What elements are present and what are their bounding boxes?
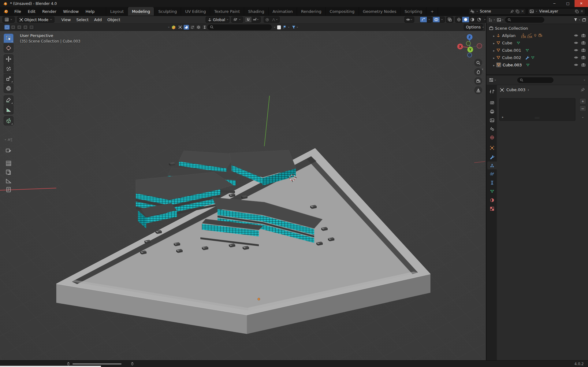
properties-options-chevron[interactable] — [583, 79, 586, 81]
options-dropdown[interactable]: Options — [464, 24, 483, 30]
mode-dropdown[interactable]: Object Mode — [17, 17, 54, 23]
camera-view-icon[interactable] — [474, 77, 482, 85]
shading-material-button[interactable] — [469, 17, 476, 22]
expand-arrow-icon[interactable] — [493, 55, 495, 60]
maximize-button[interactable]: □ — [561, 0, 575, 7]
overlays-toggle[interactable] — [433, 17, 440, 22]
disable-render-toggle[interactable] — [581, 63, 586, 67]
menu-add[interactable]: Add — [91, 17, 105, 22]
add-workspace-button[interactable]: + — [426, 7, 438, 16]
hide-eye-toggle[interactable] — [574, 63, 578, 67]
viewport-side-icon-3[interactable] — [6, 169, 12, 175]
expand-arrow-icon[interactable] — [493, 48, 495, 53]
outliner-filter-dropdown[interactable] — [574, 18, 581, 22]
select-mode-set-button[interactable] — [4, 25, 10, 30]
close-button[interactable]: ✕ — [575, 0, 588, 7]
menu-help[interactable]: Help — [82, 7, 98, 16]
tab-physics[interactable] — [487, 170, 497, 178]
tab-output[interactable] — [487, 107, 497, 115]
outliner-display-mode-dropdown[interactable] — [488, 18, 496, 22]
tab-particles[interactable] — [487, 161, 497, 169]
remove-particle-system-button[interactable]: − — [579, 106, 586, 112]
outliner-row-cube001[interactable]: Cube.001 — [486, 46, 588, 54]
tab-scripting[interactable]: Scripting — [401, 7, 427, 16]
shading-rendered-button[interactable] — [476, 17, 482, 22]
outliner-row-allplan[interactable]: Allplan 15K 15K — [486, 32, 588, 39]
menu-file[interactable]: File — [11, 7, 24, 16]
tab-material[interactable] — [487, 196, 497, 204]
tab-rendering[interactable]: Rendering — [297, 7, 326, 16]
menu-edit[interactable]: Edit — [24, 7, 39, 16]
gizmo-neg-y[interactable] — [466, 41, 471, 46]
transform-orientation-dropdown[interactable]: Global — [206, 17, 229, 23]
gizmo-neg-z[interactable] — [467, 53, 472, 57]
shading-wireframe-button[interactable] — [456, 17, 462, 22]
tab-modeling[interactable]: Modeling — [128, 7, 154, 16]
disable-render-toggle[interactable] — [581, 55, 586, 60]
tool-measure[interactable] — [4, 105, 13, 114]
hide-eye-toggle[interactable] — [574, 55, 578, 60]
tool-annotate[interactable] — [4, 95, 13, 105]
tab-compositing[interactable]: Compositing — [326, 7, 359, 16]
show-gizmo-dropdown[interactable] — [404, 17, 414, 23]
select-mode-subtract-button[interactable] — [17, 25, 22, 30]
outliner-filter-id-dropdown[interactable] — [497, 18, 504, 22]
pivot-point-dropdown[interactable] — [231, 17, 243, 23]
menu-object[interactable]: Object — [105, 17, 123, 22]
new-view-layer-icon[interactable] — [575, 9, 579, 13]
tab-scene[interactable] — [487, 125, 497, 133]
menu-select[interactable]: Select — [73, 17, 91, 22]
tab-view-layer[interactable] — [487, 116, 497, 124]
select-mode-intersect-button[interactable] — [29, 25, 34, 30]
outliner-row-cube[interactable]: Cube — [486, 39, 588, 46]
properties-search-input[interactable] — [517, 77, 553, 83]
snap-toggle[interactable] — [245, 17, 251, 22]
filter-globe-button[interactable] — [196, 25, 201, 30]
hide-eye-toggle[interactable] — [574, 41, 578, 45]
scene-selector[interactable]: Scene ✕ — [468, 8, 526, 15]
tool-transform[interactable] — [4, 84, 13, 93]
tool-select-box[interactable] — [4, 34, 13, 43]
filter-preview-button[interactable] — [184, 25, 189, 30]
select-mode-invert-button[interactable] — [23, 25, 28, 30]
expand-arrow-icon[interactable] — [493, 63, 495, 67]
tool-move[interactable] — [4, 54, 13, 64]
filter-clamp-button[interactable] — [202, 25, 207, 30]
new-collection-button[interactable] — [582, 18, 586, 22]
tab-sculpting[interactable]: Sculpting — [154, 7, 181, 16]
add-particle-system-button[interactable]: ＋ — [579, 98, 586, 104]
tab-modifiers[interactable] — [487, 153, 497, 161]
navigation-gizmo[interactable]: Z X Y — [450, 33, 489, 63]
filter-collapse-chevron[interactable] — [168, 26, 170, 28]
blender-logo-menu[interactable] — [0, 7, 11, 16]
swatch-icon[interactable] — [277, 25, 281, 29]
tab-tool[interactable] — [487, 87, 497, 95]
breadcrumb-object-name[interactable]: Cube.003 — [506, 87, 526, 92]
hide-eye-toggle[interactable] — [574, 48, 578, 52]
tab-texture-paint[interactable]: Texture Paint — [210, 7, 244, 16]
tab-constraints[interactable] — [487, 179, 497, 187]
tab-geometry-nodes[interactable]: Geometry Nodes — [359, 7, 401, 16]
menu-view[interactable]: View — [59, 17, 74, 22]
tab-texture[interactable] — [487, 205, 497, 213]
viewport-search-input[interactable] — [207, 24, 272, 30]
ortho-persp-toggle-icon[interactable] — [474, 86, 482, 94]
gizmo-neg-x[interactable] — [477, 43, 482, 48]
filter-droplet-button[interactable] — [190, 25, 195, 30]
tool-rotate[interactable] — [4, 64, 13, 73]
tab-animation[interactable]: Animation — [269, 7, 297, 16]
flag-filter-button[interactable] — [283, 25, 290, 29]
outliner-row-cube003-active[interactable]: Cube.003 — [486, 61, 588, 69]
disable-render-toggle[interactable] — [581, 33, 586, 38]
minimize-button[interactable]: ─ — [548, 0, 561, 7]
falloff-dropdown[interactable] — [270, 17, 279, 22]
viewport-side-icon-2[interactable] — [6, 160, 12, 166]
gizmo-dropdown[interactable] — [427, 17, 432, 22]
viewport-side-icon-4[interactable] — [6, 178, 12, 184]
shading-solid-button[interactable] — [462, 17, 469, 22]
snap-settings-dropdown[interactable] — [251, 17, 260, 22]
tab-object[interactable] — [487, 144, 497, 152]
unlink-scene-icon[interactable]: ✕ — [521, 9, 524, 13]
outliner-row-scene-collection[interactable]: Scene Collection — [486, 24, 588, 32]
tab-object-data[interactable] — [487, 187, 497, 195]
